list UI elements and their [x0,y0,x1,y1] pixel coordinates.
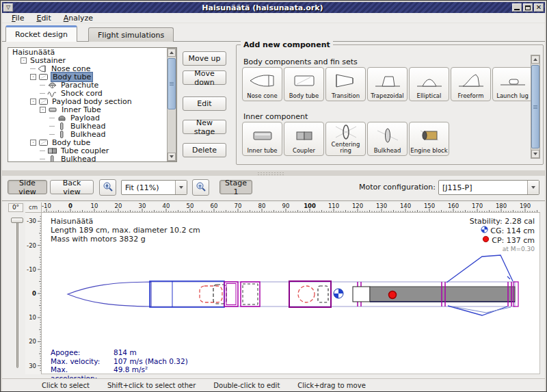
tree-row[interactable]: -Payload body section [8,97,176,105]
tree-row[interactable]: Bulkhead [8,155,176,162]
component-button-label: Coupler [293,148,315,154]
add-bulkhead-button[interactable]: Bulkhead [367,122,408,156]
tree-row[interactable]: Haisunäätä [8,48,176,56]
add-elliptical-button[interactable]: Elliptical [409,67,449,101]
stability-mach-note: at M=0.30 [470,245,535,254]
zoom-in-button[interactable] [99,179,116,196]
add-engine-block-button[interactable]: Engine block [409,122,449,156]
svg-text:110: 110 [328,202,339,209]
new-stage-button[interactable]: New stage [183,120,226,134]
tree-row[interactable]: Parachute [8,81,176,89]
chevron-down-icon[interactable] [175,181,187,194]
bulkhead-icon [47,155,57,163]
tabbar: Rocket designFlight simulations [2,23,545,42]
tree-row[interactable]: Payload [8,114,176,122]
zoom-level-select[interactable]: Fit (11%) [121,180,187,195]
close-button[interactable]: ✕ [534,3,544,12]
component-button-label: Trapezoidal [371,93,403,99]
maximize-button[interactable] [523,3,533,12]
component-scrollbar-thumb[interactable] [531,65,539,148]
rotation-slider-track[interactable] [16,219,18,368]
tab-rocket-design[interactable]: Rocket design [5,25,77,42]
svg-text:130: 130 [376,202,387,209]
svg-text:40: 40 [163,202,170,209]
rocket-mass: Mass with motors 3832 g [51,235,200,244]
back-view-button[interactable]: Back view [50,180,94,194]
add-coupler-button[interactable]: Coupler [284,122,324,156]
tree-row[interactable]: -Body tube [8,138,176,146]
add-body-tube-button[interactable]: Body tube [284,67,324,101]
menu-edit[interactable]: Edit [31,13,56,23]
titlebar[interactable]: ▽ Haisunäätä (haisunaata.ork) ✕ [2,2,545,13]
expander-icon[interactable]: - [30,140,36,146]
component-scrollbar[interactable] [531,55,540,159]
expander-icon[interactable]: - [30,99,36,105]
scroll-down-icon[interactable] [531,150,539,158]
tree-scrollbar[interactable] [167,48,176,161]
tree-row[interactable]: Shock cord [8,89,176,97]
tree-row[interactable]: -Sustainer [8,56,176,64]
add-transition-button[interactable]: Transition [325,67,366,101]
tree-row[interactable]: -Body tube [8,73,176,81]
delete-button[interactable]: Delete [183,143,226,157]
add-centering-ring-button[interactable]: Centering ring [325,122,366,156]
tree-row[interactable]: Tube coupler [8,146,176,155]
motor-configuration-select[interactable]: [J115-P] [438,180,539,195]
inner-tube-icon [248,122,277,148]
tree-row[interactable]: Bulkhead [8,122,176,130]
rotation-slider-handle[interactable] [11,218,23,223]
add-nose-cone-button[interactable]: Nose cone [242,67,282,101]
tree-item-bulkhead[interactable]: Bulkhead [59,155,97,163]
magnifier-plus-icon [103,181,114,194]
expander-icon[interactable]: - [21,57,27,64]
edit-button[interactable]: Edit [183,96,226,111]
move-down-button[interactable]: Move down [183,70,226,85]
trapezoidal-icon [373,68,402,93]
tree-row[interactable]: Bulkhead [8,130,176,138]
svg-text:0: 0 [68,202,72,209]
expander-icon[interactable]: - [30,74,36,80]
add-freeform-button[interactable]: Freeform [451,67,491,101]
bulkhead-icon [57,131,67,138]
svg-text:20: 20 [29,338,36,345]
add-inner-tube-button[interactable]: Inner tube [242,122,282,156]
stage-1-toggle[interactable]: Stage 1 [219,180,252,194]
svg-text:170: 170 [472,202,483,209]
zoom-out-button[interactable] [192,179,209,196]
hint-double-click-to-edit: Double-click to edit [213,382,280,389]
side-view-button[interactable]: Side view [8,180,47,194]
svg-text:0: 0 [32,290,36,297]
scroll-up-icon[interactable] [531,55,539,64]
svg-text:10: 10 [29,314,36,321]
add-launch-lug-button[interactable]: Launch lug [492,67,533,101]
velocity-value: 107 m/s (Mach 0.32) [114,357,188,366]
cp-icon [482,235,490,245]
flight-info: Apogee:814 m Max. velocity:107 m/s (Mach… [51,348,188,382]
apogee-label: Apogee: [51,348,114,357]
expander-icon[interactable]: - [40,107,46,113]
menu-file[interactable]: File [6,13,29,23]
hint-shift-click-to-select-other: Shift+click to select other [107,382,196,389]
minimize-button[interactable] [512,3,522,12]
move-up-button[interactable]: Move up [183,51,226,66]
motor-configuration-value: [J115-P] [439,183,527,192]
svg-text:150: 150 [424,202,435,209]
chevron-down-icon[interactable] [527,181,539,194]
tree-row[interactable]: -Inner Tube [8,105,176,114]
svg-text:60: 60 [211,202,218,209]
component-tree[interactable]: Haisunäätä-SustainerNose cone-Body tubeP… [8,47,177,162]
window-menu-icon[interactable]: ▽ [3,3,13,12]
scroll-up-icon[interactable] [168,49,176,57]
svg-text:180: 180 [496,202,507,209]
scroll-down-icon[interactable] [168,153,176,161]
add-trapezoidal-button[interactable]: Trapezoidal [367,67,408,101]
component-button-label: Centering ring [326,142,365,154]
tab-flight-simulations[interactable]: Flight simulations [88,27,174,42]
payload-icon [57,114,67,122]
tree-connector [49,126,55,127]
body-tube-icon [38,73,49,81]
menu-analyze[interactable]: Analyze [58,13,98,23]
tree-scrollbar-thumb[interactable] [168,58,176,109]
design-canvas[interactable]: Haisunäätä Length 189 cm, max. diameter … [42,213,540,374]
rotation-angle-value: 0° [8,203,23,212]
